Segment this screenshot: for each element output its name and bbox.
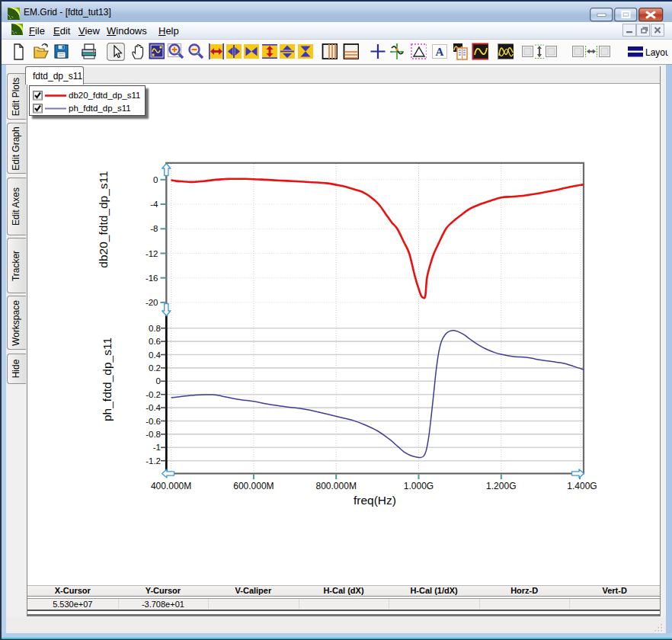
- svg-text:-20: -20: [146, 298, 158, 307]
- svg-text:-1.2: -1.2: [146, 456, 161, 466]
- svg-text:0.8: 0.8: [149, 324, 161, 333]
- svg-text:0.4: 0.4: [149, 350, 162, 360]
- svg-text:-0.4: -0.4: [146, 403, 161, 412]
- svg-text:ph_fdtd_dp_s11: ph_fdtd_dp_s11: [101, 338, 114, 421]
- svg-text:1.000G: 1.000G: [404, 481, 434, 491]
- svg-text:600.000M: 600.000M: [233, 481, 274, 491]
- svg-text:freq(Hz): freq(Hz): [354, 494, 396, 507]
- svg-text:-16: -16: [146, 274, 158, 283]
- svg-text:0.6: 0.6: [149, 337, 161, 346]
- svg-text:400.000M: 400.000M: [151, 481, 191, 491]
- svg-text:-0.2: -0.2: [146, 390, 161, 399]
- svg-text:1.400G: 1.400G: [567, 481, 597, 491]
- svg-text:-12: -12: [146, 249, 158, 258]
- svg-text:0: 0: [153, 175, 158, 184]
- svg-text:1.200G: 1.200G: [486, 481, 516, 491]
- svg-text:0.2: 0.2: [149, 363, 161, 373]
- svg-text:-1: -1: [153, 443, 161, 452]
- svg-text:-0.6: -0.6: [146, 417, 161, 426]
- svg-text:-0.8: -0.8: [146, 430, 161, 439]
- svg-text:-4: -4: [150, 200, 158, 209]
- svg-text:-8: -8: [150, 224, 158, 233]
- svg-text:db20_fdtd_dp_s11: db20_fdtd_dp_s11: [97, 171, 110, 267]
- svg-text:800.000M: 800.000M: [316, 481, 357, 491]
- svg-text:0: 0: [156, 376, 161, 386]
